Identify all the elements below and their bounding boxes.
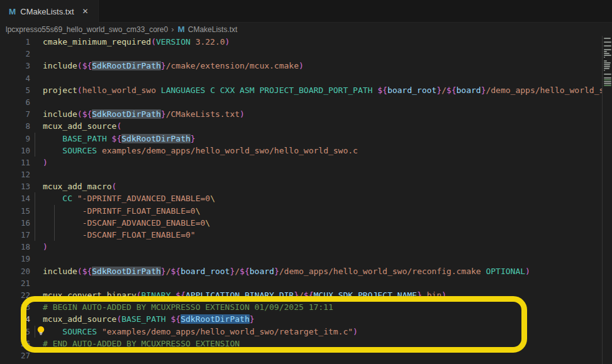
code-text: SOURCES "examples/demo_apps/hello_world_… — [30, 326, 358, 338]
code-text: mcux_convert_binary(BINARY ${APPLICATION… — [30, 289, 447, 301]
chevron-right-icon: › — [171, 25, 174, 34]
line-number: 14 — [0, 192, 30, 204]
code-line-10[interactable]: 10 SOURCES examples/demo_apps/hello_worl… — [0, 145, 612, 157]
lightbulb-icon[interactable] — [36, 326, 46, 336]
line-number: 13 — [0, 180, 30, 192]
line-number: 12 — [0, 168, 30, 180]
code-text: mcux_add_source(BASE_PATH ${SdkRootDirPa… — [30, 313, 255, 325]
line-number: 15 — [0, 205, 30, 217]
minimap-mark — [604, 70, 605, 71]
minimap[interactable] — [602, 36, 612, 364]
code-text — [30, 48, 43, 60]
minimap-mark — [604, 81, 611, 82]
line-number: 2 — [0, 48, 30, 60]
code-line-23[interactable]: 23# BEGIN AUTO-ADDED BY MCUXPRESSO EXTEN… — [0, 301, 612, 313]
code-text — [30, 253, 43, 265]
code-line-27[interactable]: 27 — [0, 350, 612, 361]
minimap-mark — [604, 68, 609, 69]
code-line-1[interactable]: 1cmake_minimum_required(VERSION 3.22.0) — [0, 36, 612, 48]
minimap-mark — [604, 41, 611, 43]
minimap-mark — [604, 85, 611, 86]
code-line-11[interactable]: 11) — [0, 157, 612, 168]
line-number: 6 — [0, 96, 30, 108]
code-text — [30, 96, 43, 108]
code-text: BASE_PATH ${SdkRootDirPath} — [30, 133, 196, 145]
indent-guide — [35, 326, 35, 338]
code-text: mcux_add_source( — [30, 120, 121, 132]
code-text: include(${SdkRootDirPath}/CMakeLists.txt… — [30, 108, 245, 120]
line-number: 20 — [0, 265, 30, 277]
indent-guide — [35, 229, 35, 241]
code-line-26[interactable]: 26# END AUTO-ADDED BY MCUXPRESSO EXTENSI… — [0, 338, 612, 350]
line-number: 22 — [0, 289, 30, 301]
line-number: 18 — [0, 241, 30, 253]
breadcrumb: lpcxpresso55s69_hello_world_swo_cm33_cor… — [0, 23, 612, 36]
breadcrumb-file[interactable]: CMakeLists.txt — [188, 25, 238, 34]
code-line-17[interactable]: 17 -DSCANF_FLOAT_ENABLE=0" — [0, 229, 612, 241]
code-line-15[interactable]: 15 -DPRINTF_FLOAT_ENABLE=0\ — [0, 205, 612, 217]
tab-close-icon[interactable]: ✕ — [81, 6, 91, 16]
minimap-mark — [604, 51, 607, 52]
line-number: 23 — [0, 301, 30, 313]
indent-guide — [35, 205, 35, 217]
tab-cmakelists[interactable]: M CMakeLists.txt ✕ — [0, 0, 99, 23]
line-number: 27 — [0, 350, 30, 361]
code-text — [30, 168, 43, 180]
tab-bar: M CMakeLists.txt ✕ — [0, 0, 612, 23]
line-number: 7 — [0, 108, 30, 120]
code-line-8[interactable]: 8mcux_add_source( — [0, 120, 612, 132]
code-line-19[interactable]: 19 — [0, 253, 612, 265]
code-line-25[interactable]: 25 SOURCES "examples/demo_apps/hello_wor… — [0, 326, 612, 338]
minimap-mark — [604, 66, 610, 67]
code-line-4[interactable]: 4 — [0, 72, 612, 84]
code-text — [30, 72, 43, 84]
code-text: -DPRINTF_FLOAT_ENABLE=0\ — [30, 205, 200, 217]
breadcrumb-folder[interactable]: lpcxpresso55s69_hello_world_swo_cm33_cor… — [6, 25, 168, 34]
code-line-3[interactable]: 3include(${SdkRootDirPath}/cmake/extensi… — [0, 60, 612, 72]
code-line-14[interactable]: 14 CC "-DPRINTF_ADVANCED_ENABLE=0\ — [0, 192, 612, 204]
code-line-5[interactable]: 5project(hello_world_swo LANGUAGES C CXX… — [0, 84, 612, 96]
code-text: -DSCANF_ADVANCED_ENABLE=0\ — [30, 217, 210, 229]
indent-guide — [54, 205, 55, 217]
code-text — [30, 277, 43, 289]
minimap-mark — [604, 55, 611, 56]
line-number: 4 — [0, 72, 30, 84]
minimap-mark — [604, 45, 611, 47]
line-number: 11 — [0, 157, 30, 168]
code-line-9[interactable]: 9 BASE_PATH ${SdkRootDirPath} — [0, 133, 612, 145]
line-number: 9 — [0, 133, 30, 145]
code-text: # END AUTO-ADDED BY MCUXPRESSO EXTENSION — [30, 338, 240, 350]
indent-guide — [35, 145, 35, 157]
minimap-mark — [604, 79, 611, 80]
minimap-mark — [604, 74, 611, 75]
indent-guide — [35, 217, 35, 229]
minimap-mark — [604, 83, 611, 84]
code-line-18[interactable]: 18) — [0, 241, 612, 253]
indent-guide — [54, 217, 55, 229]
code-line-16[interactable]: 16 -DSCANF_ADVANCED_ENABLE=0\ — [0, 217, 612, 229]
code-line-13[interactable]: 13mcux_add_macro( — [0, 180, 612, 192]
line-number: 21 — [0, 277, 30, 289]
cmake-file-icon: M — [178, 25, 185, 34]
minimap-mark — [604, 49, 611, 50]
cmake-file-icon: M — [9, 7, 16, 16]
code-line-2[interactable]: 2 — [0, 48, 612, 60]
code-editor[interactable]: 1cmake_minimum_required(VERSION 3.22.0)2… — [0, 36, 612, 364]
code-text: CC "-DPRINTF_ADVANCED_ENABLE=0\ — [30, 192, 215, 204]
code-line-24[interactable]: 24mcux_add_source(BASE_PATH ${SdkRootDir… — [0, 313, 612, 325]
line-number: 8 — [0, 120, 30, 132]
code-line-20[interactable]: 20include(${SdkRootDirPath}/${board_root… — [0, 265, 612, 277]
line-number: 5 — [0, 84, 30, 96]
line-number: 10 — [0, 145, 30, 157]
code-line-12[interactable]: 12 — [0, 168, 612, 180]
code-line-21[interactable]: 21 — [0, 277, 612, 289]
line-number: 19 — [0, 253, 30, 265]
line-number: 17 — [0, 229, 30, 241]
code-text: -DSCANF_FLOAT_ENABLE=0" — [30, 229, 196, 241]
code-line-6[interactable]: 6 — [0, 96, 612, 108]
code-line-7[interactable]: 7include(${SdkRootDirPath}/CMakeLists.tx… — [0, 108, 612, 120]
code-lines: 1cmake_minimum_required(VERSION 3.22.0)2… — [0, 36, 612, 361]
code-text: cmake_minimum_required(VERSION 3.22.0) — [30, 36, 230, 48]
code-text: project(hello_world_swo LANGUAGES C CXX … — [30, 84, 612, 96]
code-line-22[interactable]: 22mcux_convert_binary(BINARY ${APPLICATI… — [0, 289, 612, 301]
